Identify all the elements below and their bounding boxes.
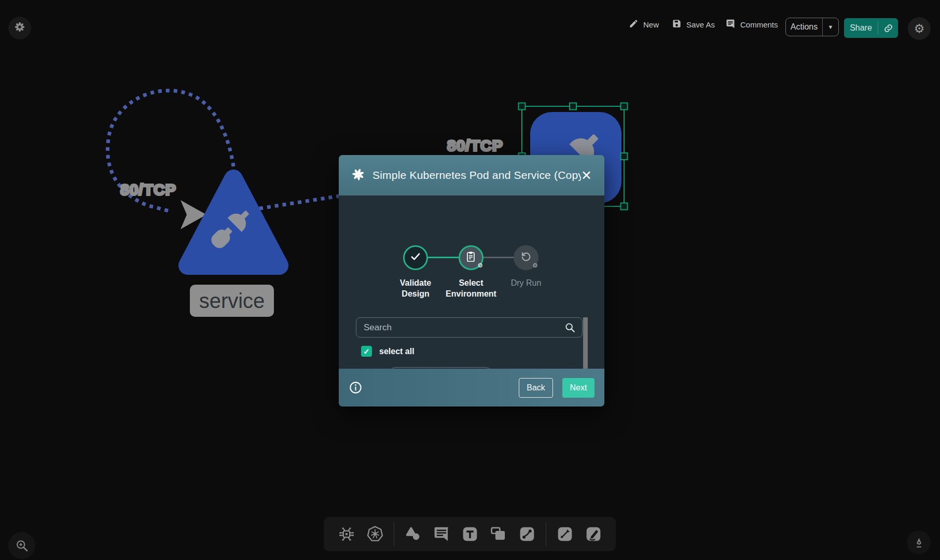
info-icon[interactable] [349,381,363,395]
media-tool-icon[interactable] [489,524,508,544]
selection-handle[interactable] [570,103,576,110]
step-label-select-environment: Select Environment [443,277,500,299]
text-tool-icon[interactable] [460,524,480,544]
canvas-toolbar [324,517,616,551]
modal-footer: Back Next [339,369,604,407]
step-dry-run[interactable]: ⚙ [514,245,538,270]
step-connector [483,257,514,258]
toolbar-divider [546,522,546,546]
select-all-label: select all [379,347,414,356]
close-icon[interactable]: ✕ [581,169,592,182]
step-label-dry-run: Dry Run [497,277,555,288]
search-icon [564,322,576,333]
step-validate-design[interactable] [403,245,428,270]
modal-header: Simple Kubernetes Pod and Service (Copy)… [339,155,604,195]
environment-search [356,317,583,338]
history-icon [520,250,532,265]
check-icon [409,250,422,265]
back-button[interactable]: Back [519,378,553,398]
modal-body: ⚙ ⚙ Validate Design Select Environment D… [339,195,604,369]
select-all-checkbox[interactable]: ✓ [361,346,372,357]
edge-port-label: 80/TCP [120,181,176,199]
node-label-service: service [190,285,274,317]
gear-icon: ⚙ [532,262,538,269]
toolbar-divider [394,522,394,546]
gear-icon: ⚙ [477,262,483,269]
pen-mode-button[interactable] [907,530,931,554]
node-service-triangle[interactable] [188,179,279,265]
selection-handle[interactable] [621,103,628,110]
modal-title: Simple Kubernetes Pod and Service (Copy) [372,169,581,181]
components-icon[interactable] [337,524,356,544]
comment-tool-icon[interactable] [432,524,451,544]
zoom-in-icon [15,539,29,553]
deploy-modal: Simple Kubernetes Pod and Service (Copy)… [339,155,604,407]
shapes-icon[interactable] [403,524,423,544]
search-input[interactable] [364,323,564,333]
kubernetes-wheel-icon[interactable] [365,524,385,544]
pen-arrow-tool-icon[interactable] [555,524,575,544]
selection-handle[interactable] [621,153,628,160]
freehand-draw-tool-icon[interactable] [584,524,603,544]
zoom-in-button[interactable] [8,532,35,559]
next-button[interactable]: Next [562,378,595,398]
selection-handle[interactable] [519,103,526,110]
clipboard-icon [465,250,477,265]
pen-nib-icon [913,537,925,549]
edge-tool-icon[interactable] [517,524,537,544]
meshery-logo-icon [351,167,365,184]
step-connector [428,257,459,258]
step-label-validate-design: Validate Design [387,277,444,299]
edge-port-label: 80/TCP [447,137,503,155]
selection-handle[interactable] [621,203,628,210]
step-select-environment[interactable]: ⚙ [459,245,483,270]
